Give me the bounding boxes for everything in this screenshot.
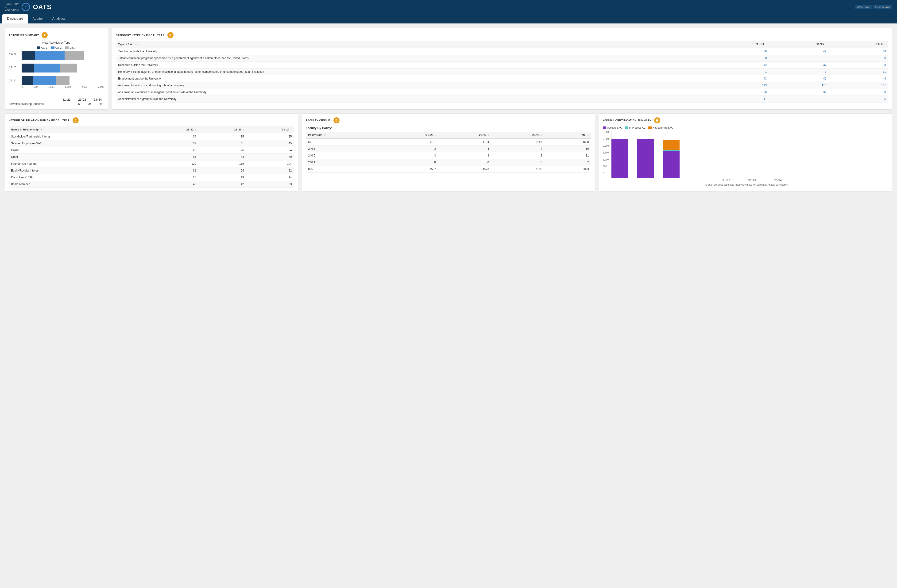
bar-row-1 (21, 51, 104, 60)
nor-col-y1: '21-'22 ↕ (151, 126, 199, 133)
fc-col-y1: '21-'22 ↕ (385, 131, 438, 139)
welcome-text: Welcome, (855, 5, 873, 9)
tab-dashboard[interactable]: Dashboard (2, 14, 28, 23)
col-y3: '23-'24 ↕ (829, 41, 888, 48)
table-row: Employment outside the University 43 40 … (116, 75, 888, 82)
annual-cert-title: ANNUAL CERTIFICATION SUMMARY: e (603, 117, 888, 124)
col-y2: '22-'23 ↕ (769, 41, 829, 48)
summary-bottom: '21-'22 '22-'23 '23-'24 Activities Invol… (9, 96, 104, 105)
cert-bars-container (611, 131, 888, 178)
summary-label: Activities Involving Students: (9, 102, 44, 105)
x-axis: 05001,0001,5002,0002,500 (21, 85, 104, 88)
legend-notsubmitted (648, 127, 652, 129)
table-row: Stockholder/Partnership Interest 34 35 2… (9, 133, 294, 140)
row-1: ACTIVITIES SUMMARY: a New Activities by … (5, 28, 892, 110)
cert-chart-wrapper: 3,000 2,500 2,000 1,500 1,000 500 0 '21-… (603, 131, 888, 182)
badge-e: e (654, 117, 660, 124)
cert-x-label: '23-'24 (770, 179, 786, 182)
fc-col-policy: Policy Num ▼ (306, 131, 385, 139)
cert-bar-group (611, 139, 628, 178)
faculty-by-policy-label: Faculty By Policy: (306, 126, 591, 130)
table-row: 246.5 3 4 4 10 (306, 145, 591, 152)
table-row: Other 81 64 59 (9, 154, 294, 160)
fc-col-total: Total ↕ (545, 131, 591, 139)
col-y1: '21-'22 ↕ (709, 41, 769, 48)
table-row: Owner 28 26 24 (9, 147, 294, 154)
annual-cert-card: ANNUAL CERTIFICATION SUMMARY: e Accepted… (599, 113, 892, 192)
table-row: Research outside the University 42 37 38 (116, 62, 888, 69)
badge-b: b (167, 32, 173, 38)
fc-col-y2: '22-'23 ↕ (438, 131, 491, 139)
faculty-census-title: FACULTY CENSUS: d (306, 117, 591, 124)
row-2: NATURE OF RELATIONSHIP BY FISCAL YEAR: c… (5, 113, 892, 192)
cert-bar-group (637, 139, 654, 178)
faculty-census-card: FACULTY CENSUS: d Faculty By Policy: Pol… (302, 113, 595, 192)
table-row: Assuming an executive or managerial posi… (116, 89, 888, 96)
table-row: 025 1597 1573 1599 2023 (306, 166, 591, 173)
table-row: Teaching outside the University 50 47 38 (116, 48, 888, 55)
table-row: Consultant (1099) 25 19 14 (9, 174, 294, 181)
nature-relationship-card: NATURE OF RELATIONSHIP BY FISCAL YEAR: c… (5, 113, 298, 192)
cert-y-labels: 3,000 2,500 2,000 1,500 1,000 500 0 (603, 131, 609, 174)
bar-row-2 (21, 64, 104, 72)
legend-accepted (603, 127, 606, 129)
legend-inprocess (625, 127, 628, 129)
table-row: 240.1 0 0 0 2 (306, 159, 591, 166)
cert-note: The chart excludes separated faculty who… (603, 183, 888, 186)
clock-icon: ⊙ (21, 3, 30, 11)
nor-col-type: Nature of Relationship ▼ (9, 126, 151, 133)
table-row: 671 1131 1184 1255 1638 (306, 139, 591, 145)
table-row: Board Member 43 42 33 (9, 181, 294, 188)
activities-summary-title: ACTIVITIES SUMMARY: a (9, 32, 104, 38)
nature-relationship-table: Nature of Relationship ▼ '21-'22 ↕ '22-'… (9, 126, 294, 188)
col-type: Type of Cat I ▼ (116, 41, 709, 48)
cert-legend: Accepted AC In Process AC Not Submitted … (603, 126, 888, 129)
bar-row-3 (21, 76, 104, 85)
legend-cat3: Cat 3 (65, 46, 76, 49)
badge-a: a (41, 32, 47, 38)
badge-c: c (73, 117, 79, 124)
nature-relationship-title: NATURE OF RELATIONSHIP BY FISCAL YEAR: c (9, 117, 294, 124)
table-row: Assuming founding or co-founding role of… (116, 82, 888, 89)
table-row: Administration of a grant outside the Un… (116, 96, 888, 102)
table-row: Honorary, visiting, adjunct, or other in… (116, 69, 888, 75)
cert-x-label: '22-'23 (744, 179, 760, 182)
bar-chart-area: '21-'22 '22-'23 '23-'24 (9, 51, 104, 94)
table-row: Founder/Co-Founder 129 119 104 (9, 160, 294, 167)
navigation: Dashboard Auditor Analytics (0, 14, 897, 23)
user-name[interactable]: User Name (873, 5, 892, 9)
nor-col-y2: '22-'23 ↕ (198, 126, 246, 133)
uc-text: UNIVERSITY OF CALIFORNIA (5, 3, 19, 11)
main-content: ACTIVITIES SUMMARY: a New Activities by … (0, 23, 897, 196)
chart-legend: Cat 1 Cat 2 Cat 3 (9, 46, 104, 49)
table-row: Salaried Employee (W-2) 32 41 45 (9, 140, 294, 147)
category-i-card: CATEGORY I TYPE BY FISCAL YEAR: b Type o… (112, 28, 892, 110)
category-i-table: Type of Cat I ▼ '21-'22 ↕ '22-'23 ↕ '23-… (116, 41, 888, 102)
header-right: Welcome, User Name (855, 5, 892, 9)
cert-bar-group (663, 140, 680, 178)
legend-cat1: Cat 1 (37, 46, 47, 49)
table-row: Talent recruitment programs sponsored by… (116, 55, 888, 62)
legend-cat2: Cat 2 (51, 46, 61, 49)
tab-analytics[interactable]: Analytics (47, 14, 70, 23)
badge-d: d (334, 117, 340, 124)
faculty-census-table: Policy Num ▼ '21-'22 ↕ '22-'23 ↕ '23-'24… (306, 131, 591, 173)
header: UNIVERSITY OF CALIFORNIA ⊙ OATS Welcome,… (0, 0, 897, 14)
table-row: Equity/Royalty Interest 31 24 22 (9, 167, 294, 174)
table-row: 240.5 3 3 2 11 (306, 152, 591, 159)
cert-x-labels: '21-'22'22-'23'23-'24 (616, 178, 888, 182)
chart-title: New Activities by Type (9, 41, 104, 44)
tab-auditor[interactable]: Auditor (28, 14, 47, 23)
header-left: UNIVERSITY OF CALIFORNIA ⊙ OATS (5, 3, 52, 11)
nor-col-y3: '23-'24 ↕ (246, 126, 294, 133)
category-i-title: CATEGORY I TYPE BY FISCAL YEAR: b (116, 32, 888, 38)
activities-summary-card: ACTIVITIES SUMMARY: a New Activities by … (5, 28, 108, 110)
cert-x-label: '21-'22 (718, 179, 735, 182)
app-name: OATS (33, 3, 52, 11)
fc-col-y3: '23-'24 ↕ (491, 131, 545, 139)
